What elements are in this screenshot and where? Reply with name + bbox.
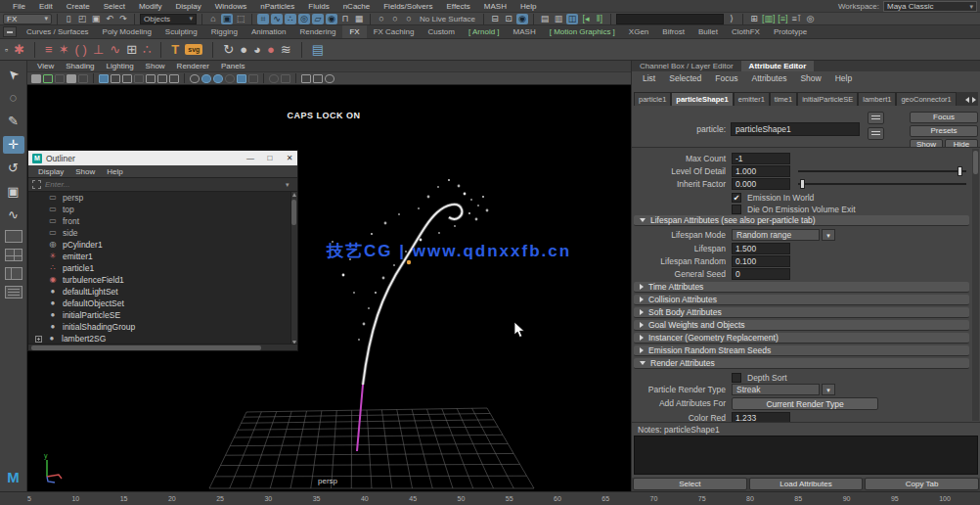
copy-tab-button[interactable]: Copy Tab	[865, 478, 979, 490]
open-scene-icon[interactable]: ◰	[76, 14, 88, 24]
current-render-type-button[interactable]: Current Render Type	[732, 397, 878, 410]
snap-view-plane-icon[interactable]: ▱	[312, 14, 324, 24]
menu-select[interactable]: Select	[97, 2, 132, 11]
redo-icon[interactable]: ↷	[117, 14, 129, 24]
fx-ball-icon[interactable]: ✱	[14, 41, 24, 59]
combo-arrow-icon[interactable]	[822, 384, 835, 395]
node-tab-lambert1[interactable]: lambert1	[858, 92, 896, 106]
layout-four-pane-icon[interactable]	[5, 249, 22, 261]
shadows-icon[interactable]	[146, 74, 156, 83]
render-settings-icon[interactable]: ◫	[566, 14, 578, 24]
shelf-tab-clothfx[interactable]: ClothFX	[725, 25, 767, 38]
component-mode-icon[interactable]: ⬚	[235, 14, 246, 24]
menu-help[interactable]: Help	[513, 2, 543, 11]
goal-icon[interactable]: ∿	[110, 41, 120, 59]
vp-menu-lighting[interactable]: Lighting	[101, 62, 140, 70]
ae-menu-help[interactable]: Help	[828, 72, 859, 84]
hair-brush-icon[interactable]: ≋	[281, 41, 291, 59]
modeling-toolkit-toggle-icon[interactable]: ⊞	[748, 14, 760, 24]
select-tool-icon[interactable]: ➤	[3, 66, 24, 83]
filter-icon[interactable]	[32, 180, 41, 189]
vp-menu-renderer[interactable]: Renderer	[171, 62, 215, 70]
shelf-tab-bullet[interactable]: Bullet	[691, 25, 725, 38]
menu-windows[interactable]: Windows	[208, 2, 253, 11]
combo-arrow-icon[interactable]	[822, 229, 835, 241]
ao-icon[interactable]	[157, 74, 167, 83]
lod-field[interactable]: 1.000	[732, 165, 790, 177]
outliner-item-initialshadinggroup[interactable]: ●initialShadingGroup	[28, 321, 297, 333]
outliner-menu-display[interactable]: Display	[32, 167, 69, 176]
ae-menu-selected[interactable]: Selected	[662, 72, 708, 84]
outliner-item-turbulencefield1[interactable]: ◉turbulenceField1	[28, 274, 297, 286]
section-instancer[interactable]: Instancer (Geometry Replacement)	[634, 333, 969, 344]
lock-camera-icon[interactable]	[43, 74, 53, 83]
channel-box-toggle-icon[interactable]: ≡⊺	[790, 14, 802, 24]
ae-vscrollbar[interactable]	[972, 149, 979, 421]
shelf-tab-prototype[interactable]: Prototype	[767, 25, 814, 38]
make-live-icon[interactable]: ◉	[326, 14, 337, 24]
menu-create[interactable]: Create	[60, 2, 97, 11]
outputs-icon[interactable]: ○	[389, 14, 401, 24]
menu-display[interactable]: Display	[169, 2, 208, 11]
render-type-combo[interactable]: Streak	[732, 384, 820, 395]
lasso-tool-icon[interactable]: ◌	[3, 89, 24, 107]
shelf-tab-curves-surfaces[interactable]: Curves / Surfaces	[20, 25, 96, 38]
vp-menu-shading[interactable]: Shading	[60, 62, 100, 70]
outliner-item-initialparticlese[interactable]: ●initialParticleSE	[28, 309, 297, 321]
history-icon[interactable]: ○	[403, 14, 415, 24]
last-tool-icon[interactable]: ∿	[3, 207, 24, 224]
node-tab-time1[interactable]: time1	[770, 92, 797, 106]
shelf-collapse-icon[interactable]	[3, 26, 17, 37]
lod-slider[interactable]	[798, 165, 966, 177]
menu-fields-solvers[interactable]: Fields/Solvers	[377, 2, 439, 11]
die-on-exit-checkbox[interactable]	[732, 205, 741, 214]
outliner-item-particle1[interactable]: ∴particle1	[28, 262, 297, 274]
playblast-icon[interactable]: [◂	[580, 14, 592, 24]
outliner-window[interactable]: M Outliner — □ ✕ Display Show Help	[27, 150, 298, 351]
sprite-icon[interactable]: ∴	[143, 41, 151, 59]
outliner-item-defaultobjectset[interactable]: ●defaultObjectSet	[28, 298, 297, 309]
section-lifespan-attributes[interactable]: Lifespan Attributes (see also per-partic…	[634, 215, 969, 226]
snap-projected-center-icon[interactable]: ◎	[298, 14, 310, 24]
menu-ncache[interactable]: nCache	[336, 2, 378, 11]
textured-icon[interactable]	[122, 74, 132, 83]
shelf-tab-xgen[interactable]: XGen	[622, 25, 655, 38]
workspace-combo[interactable]: Maya Classic	[883, 1, 977, 12]
layout-single-pane-icon[interactable]	[5, 230, 22, 243]
emit-from-object-icon[interactable]: ( )	[75, 41, 87, 59]
type-tool-icon[interactable]: T	[171, 41, 179, 59]
attribute-editor-toggle-icon[interactable]: [▥]	[762, 14, 776, 24]
ae-menu-focus[interactable]: Focus	[708, 72, 744, 84]
time-slider[interactable]: 5 10 15 20 25 30 35 40 45 50 55 60 65 70…	[0, 491, 980, 505]
rotate-tool-icon[interactable]: ↺	[3, 160, 24, 177]
outliner-item-defaultlightset[interactable]: ●defaultLightSet	[28, 286, 297, 298]
shelf-tab-bifrost[interactable]: Bifrost	[655, 25, 691, 38]
shelf-tab-animation[interactable]: Animation	[245, 25, 293, 38]
viewport-canvas[interactable]: CAPS LOCK ON 技艺CG | www.qdnxxfb.cn M Out…	[27, 85, 631, 491]
resolution-gate-icon[interactable]	[269, 74, 279, 83]
undo-icon[interactable]: ↶	[104, 14, 115, 24]
color-red-field[interactable]: 1.233	[732, 412, 790, 423]
emission-in-world-checkbox[interactable]	[732, 193, 741, 203]
shelf-tab-rigging[interactable]: Rigging	[204, 25, 245, 38]
outliner-item-top[interactable]: ▭top	[28, 204, 297, 215]
expand-arrow-icon[interactable]: ⟩	[726, 14, 737, 24]
inherit-factor-slider[interactable]	[798, 178, 966, 190]
lifespan-mode-combo[interactable]: Random range	[732, 229, 820, 241]
expand-plus-icon[interactable]	[35, 336, 42, 343]
notes-textarea[interactable]	[634, 436, 978, 475]
lifespan-field[interactable]: 1.500	[732, 243, 790, 254]
image-plane-icon[interactable]	[78, 74, 88, 83]
shelf-tab-poly-modeling[interactable]: Poly Modeling	[96, 25, 158, 38]
maximize-icon[interactable]: □	[262, 151, 278, 165]
section-emission-random-seeds[interactable]: Emission Random Stream Seeds	[634, 345, 969, 356]
hud-toggle-icon[interactable]	[325, 74, 334, 83]
outliner-search-input[interactable]	[45, 180, 282, 189]
nparticles-icon[interactable]: ✶	[59, 41, 69, 59]
gamma-icon[interactable]	[237, 74, 246, 83]
save-scene-icon[interactable]: ▣	[90, 14, 102, 24]
isolate-select-icon[interactable]	[190, 74, 200, 83]
outliner-item-side[interactable]: ▭side	[28, 227, 297, 239]
tool-settings-toggle-icon[interactable]: [≡]	[777, 14, 788, 24]
menu-file[interactable]: File	[6, 2, 32, 11]
